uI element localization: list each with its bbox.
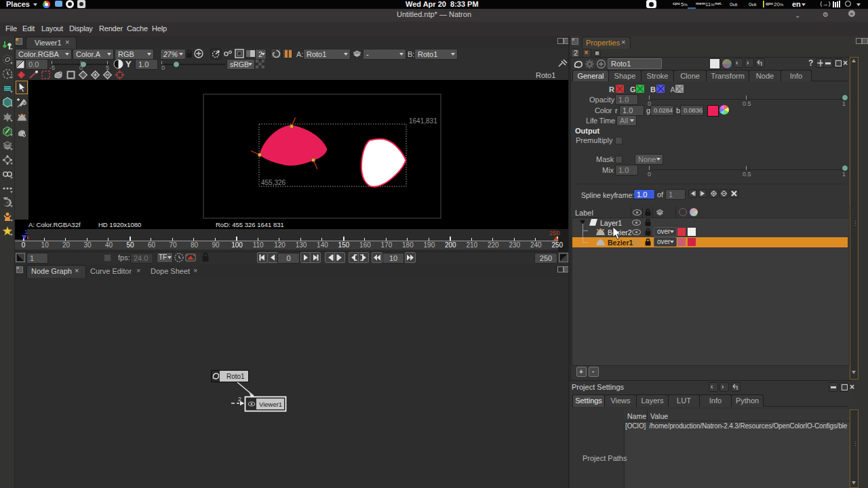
svg-text:455,326: 455,326 xyxy=(261,179,286,186)
svg-text:1641,831: 1641,831 xyxy=(409,117,437,125)
svg-text:Roto1: Roto1 xyxy=(226,373,245,380)
svg-text:Viewer1: Viewer1 xyxy=(259,401,282,408)
